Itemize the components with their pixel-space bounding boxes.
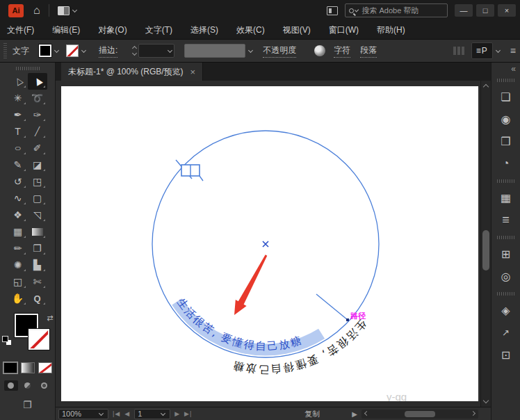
magic-wand-tool[interactable]: ✳ <box>8 90 28 106</box>
paintbrush-tool[interactable]: ✐ <box>28 140 47 156</box>
document-tab[interactable]: 未标题-1* @ 100% (RGB/预览) × <box>61 63 203 81</box>
canvas[interactable]: 生活很苦, 要懂得自己放糖 生活很苦, 要懂得自己放糖 路径 y-gg <box>56 81 491 407</box>
line-segment-tool[interactable]: ╱ <box>28 123 47 140</box>
perspective-grid-tool[interactable]: ◹ <box>28 207 47 223</box>
pathfinder-panel-icon[interactable]: ⊞ <box>496 245 517 263</box>
document-arrangement-icon[interactable] <box>327 6 338 15</box>
lasso-tool[interactable]: ➰ <box>28 90 47 106</box>
swatches-panel-icon[interactable]: ❒ <box>496 132 517 150</box>
selection-tool[interactable]: ▷ <box>8 73 28 90</box>
previous-artboard-button[interactable]: ◀ <box>124 410 130 417</box>
artboard[interactable]: 生活很苦, 要懂得自己放糖 生活很苦, 要懂得自己放糖 路径 y-gg <box>61 86 478 401</box>
tab-close-icon[interactable]: × <box>190 67 196 77</box>
stroke-panel-icon[interactable]: ≡ <box>496 211 517 229</box>
swap-fill-stroke-icon[interactable]: ⇄ <box>47 314 53 323</box>
menu-view[interactable]: 视图(V) <box>283 24 311 36</box>
collapse-panels-icon[interactable]: « <box>511 64 516 74</box>
paragraph-panel-link[interactable]: 段落 <box>360 45 377 58</box>
zoom-level-select[interactable]: 100% <box>58 409 108 419</box>
shape-builder-tool[interactable]: ❖ <box>8 207 28 223</box>
character-panel-link[interactable]: 字符 <box>334 45 350 58</box>
chevron-down-icon[interactable] <box>54 47 59 52</box>
none-button[interactable] <box>38 362 52 373</box>
draw-behind-button[interactable] <box>21 380 35 391</box>
free-transform-tool[interactable]: ▢ <box>28 190 47 207</box>
first-artboard-button[interactable]: |◀ <box>113 410 120 417</box>
color-panel-icon[interactable]: ◉ <box>496 110 517 128</box>
menu-edit[interactable]: 编辑(E) <box>52 24 80 36</box>
home-icon[interactable]: ⌂ <box>33 4 40 17</box>
curvature-tool[interactable]: ✑ <box>28 106 47 123</box>
blend-tool[interactable]: ❐ <box>28 240 47 257</box>
default-fill-stroke-icon[interactable] <box>2 336 12 346</box>
artboard-navigation-select[interactable]: 1 <box>134 409 170 419</box>
options-menu-icon[interactable]: ≡ <box>510 45 516 56</box>
symbol-sprayer-tool[interactable]: ✺ <box>8 257 28 273</box>
export-panel-icon[interactable]: ↗ <box>496 323 517 341</box>
next-artboard-button[interactable]: ▶ <box>174 410 180 417</box>
column-graph-tool[interactable]: ▙ <box>28 257 47 273</box>
menu-select[interactable]: 选择(S) <box>190 24 218 36</box>
vertical-scrollbar[interactable] <box>480 81 491 407</box>
last-artboard-button[interactable]: ▶| <box>184 410 192 417</box>
draw-inside-button[interactable] <box>38 380 51 391</box>
transparency-panel-icon[interactable]: ◎ <box>496 267 517 285</box>
scroll-right-icon[interactable] <box>471 410 476 415</box>
draw-normal-button[interactable] <box>4 380 18 391</box>
swatch-groups-panel-icon[interactable]: ▦ <box>496 188 517 207</box>
horizontal-scrollbar[interactable] <box>361 410 478 419</box>
help-search[interactable] <box>345 3 448 17</box>
close-button[interactable]: × <box>498 4 516 17</box>
rotate-tool[interactable]: ↺ <box>8 173 28 190</box>
gradient-button[interactable] <box>21 362 35 373</box>
pen-tool[interactable]: ✒ <box>8 106 28 123</box>
stroke-color-swatch[interactable] <box>66 45 79 57</box>
menu-window[interactable]: 窗口(W) <box>329 24 359 36</box>
chevron-down-icon[interactable] <box>72 7 77 12</box>
eraser-tool[interactable]: ◪ <box>28 156 47 173</box>
type-tool[interactable]: T <box>8 123 28 140</box>
eyedropper-tool[interactable]: ✏ <box>8 240 28 257</box>
opacity-link[interactable]: 不透明度 <box>263 45 296 58</box>
minimize-button[interactable]: — <box>455 4 473 17</box>
mesh-tool[interactable]: ▦ <box>8 223 28 240</box>
artboard-tool[interactable]: ◱ <box>8 273 28 290</box>
horizontal-scroll-thumb[interactable] <box>405 411 435 417</box>
chevron-down-icon[interactable] <box>81 47 86 52</box>
screen-mode-button[interactable]: ❐ <box>23 399 32 410</box>
fill-color-swatch[interactable] <box>39 45 51 57</box>
direct-selection-tool[interactable]: ▶ <box>28 73 47 90</box>
gradient-panel-icon[interactable]: ◔ <box>496 154 517 172</box>
stroke-weight-stepper[interactable] <box>133 47 136 55</box>
stroke-indicator[interactable] <box>29 329 49 350</box>
scroll-up-icon[interactable] <box>483 84 489 90</box>
search-input[interactable] <box>361 6 444 15</box>
status-menu-arrow-icon[interactable]: ▶ <box>352 410 357 418</box>
width-tool[interactable]: ∿ <box>8 190 28 207</box>
workspace-switcher-button[interactable]: ≡P <box>471 42 493 59</box>
slice-tool[interactable]: ✄ <box>28 273 47 290</box>
stroke-weight-combo[interactable] <box>138 44 174 58</box>
arrange-documents-icon[interactable] <box>58 6 70 15</box>
menu-help[interactable]: 帮助(H) <box>377 24 405 36</box>
chevron-down-icon[interactable] <box>496 47 501 52</box>
zoom-tool[interactable]: Q <box>28 290 47 307</box>
artboards-panel-icon[interactable]: ⊡ <box>496 346 517 364</box>
layers-panel-icon[interactable]: ◈ <box>496 301 517 319</box>
menu-type[interactable]: 文字(T) <box>145 24 172 36</box>
vertical-scroll-thumb[interactable] <box>482 230 489 270</box>
properties-panel-icon[interactable]: ❏ <box>496 88 517 106</box>
shaper-tool[interactable]: ✎ <box>8 156 28 173</box>
color-button[interactable] <box>3 362 17 373</box>
menu-object[interactable]: 对象(O) <box>98 24 127 36</box>
anchor-point[interactable] <box>346 318 349 321</box>
scale-tool[interactable]: ◳ <box>28 173 47 190</box>
hand-tool[interactable]: ✋ <box>8 290 28 307</box>
scroll-left-icon[interactable] <box>364 410 369 415</box>
menu-file[interactable]: 文件(F) <box>7 24 34 36</box>
document-setup-icon[interactable] <box>314 45 325 56</box>
ellipse-tool[interactable]: ○ <box>8 140 28 156</box>
gradient-tool[interactable]: ■ <box>28 223 47 240</box>
stroke-weight-label[interactable]: 描边: <box>99 45 117 58</box>
maximize-button[interactable]: □ <box>476 4 494 17</box>
